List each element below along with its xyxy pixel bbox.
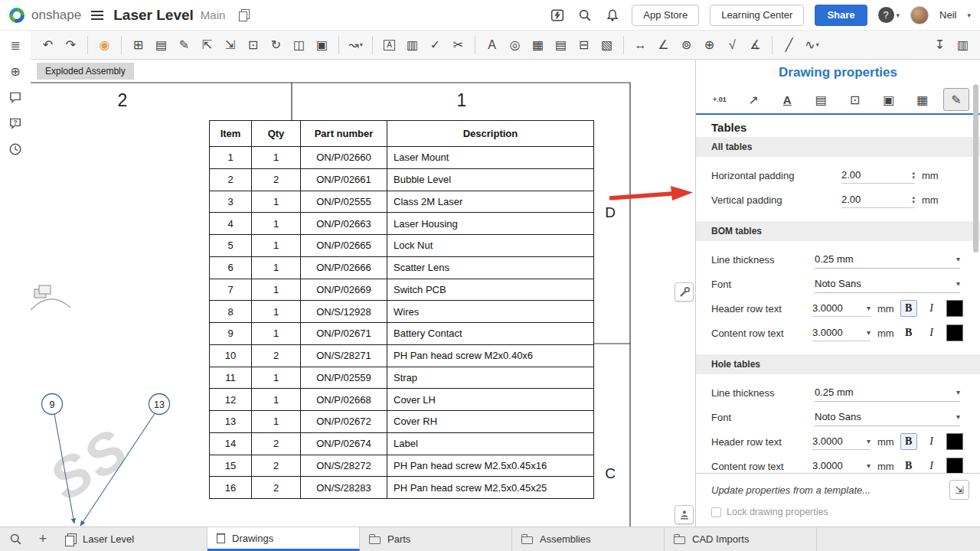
italic-button[interactable]: I — [923, 300, 940, 317]
share-button[interactable]: Share — [815, 5, 867, 26]
drawing-canvas[interactable]: Exploded Assembly SS 2 1 D C 9 — [31, 60, 695, 527]
balloon[interactable]: 13 — [149, 394, 170, 415]
onshape-logo[interactable] — [9, 8, 24, 23]
text-icon[interactable]: A — [482, 34, 501, 56]
sheets-list-icon[interactable]: ≣ — [5, 34, 26, 56]
line-thickness-select[interactable]: 0.25 mm ▾ — [815, 383, 960, 402]
insert-sheet-icon[interactable]: ⊞ — [129, 34, 148, 56]
doc-tab-laser-level[interactable]: Laser Level — [55, 527, 207, 551]
bom-table-wrap[interactable]: ItemQtyPart numberDescription11ON/P/0266… — [209, 120, 594, 499]
insert-image-icon[interactable]: ⊡ — [243, 34, 263, 56]
grid-table-icon[interactable]: ▦ — [528, 34, 547, 56]
text-height-select[interactable]: 3.0000 ▾ — [812, 324, 871, 341]
doc-tab-drawings[interactable]: Drawings — [207, 527, 360, 551]
add-tab-button[interactable]: + — [31, 527, 55, 551]
stamp-button[interactable] — [675, 505, 694, 524]
text-height-select[interactable]: 3.0000 ▾ — [812, 300, 871, 317]
angle-dimension-icon[interactable]: ∠ — [654, 34, 673, 56]
lock-drawing-properties-checkbox[interactable] — [711, 507, 721, 517]
panel-tab-units[interactable]: +.01 — [707, 88, 733, 111]
doc-tab-cad-imports[interactable]: CAD Imports — [665, 527, 817, 551]
panel-tab-sheet[interactable]: ▤ — [808, 88, 834, 111]
document-menu-icon[interactable] — [91, 11, 103, 20]
sheet-properties-icon[interactable]: ▤ — [152, 34, 171, 56]
balloon[interactable]: 9 — [42, 394, 63, 415]
bold-button[interactable]: B — [900, 433, 917, 450]
crop-view-icon[interactable]: ▣ — [312, 34, 332, 56]
insert-icon[interactable]: ⊕ — [5, 60, 26, 82]
zoom-tool-icon[interactable] — [0, 527, 31, 551]
spline-icon[interactable]: ∿▾ — [802, 34, 822, 56]
stepper-arrows-icon[interactable]: ▴▾ — [912, 195, 915, 204]
inspect-icon[interactable]: ◎ — [505, 34, 524, 56]
bold-button[interactable]: B — [900, 458, 917, 473]
help-chat-icon[interactable]: ? — [5, 112, 26, 134]
broken-view-icon[interactable]: ◫ — [289, 34, 309, 56]
line-thickness-select[interactable]: 0.25 mm ▾ — [815, 250, 960, 269]
app-store-button[interactable]: App Store — [632, 5, 699, 26]
doc-tab-assemblies[interactable]: Assemblies — [512, 527, 665, 551]
search-icon[interactable] — [577, 7, 593, 24]
doc-tab-parts[interactable]: Parts — [360, 527, 512, 551]
panel-tab-frame[interactable]: ▣ — [876, 88, 902, 111]
learning-center-button[interactable]: Learning Center — [710, 5, 804, 26]
text-height-select[interactable]: 3.0000 ▾ — [812, 433, 871, 450]
bom-table-icon[interactable]: ▤ — [551, 34, 570, 56]
surface-finish-icon[interactable]: √ — [723, 34, 742, 56]
redo-icon[interactable]: ↷ — [61, 34, 80, 56]
font-select[interactable]: Noto Sans ▾ — [815, 275, 960, 293]
bold-button[interactable]: B — [900, 324, 917, 341]
stepper-arrows-icon[interactable]: ▴▾ — [912, 171, 915, 180]
user-avatar[interactable] — [910, 6, 929, 24]
vertical-padding-input[interactable]: 2.00 ▴▾ — [841, 191, 915, 208]
panel-tab-views[interactable]: ⊡ — [842, 88, 868, 111]
note-icon[interactable]: A — [380, 34, 399, 56]
update-views-icon[interactable]: ↻ — [266, 34, 286, 56]
copy-document-icon[interactable] — [238, 9, 250, 21]
leader-icon[interactable]: ↝▾ — [346, 34, 365, 56]
text-color-swatch[interactable] — [946, 433, 963, 450]
font-select[interactable]: Noto Sans ▾ — [815, 408, 960, 426]
undo-icon[interactable]: ↶ — [38, 34, 57, 56]
panel-tab-tables[interactable]: ▦ — [910, 88, 936, 111]
notifications-bell-icon[interactable] — [604, 7, 621, 24]
wrench-button[interactable] — [675, 282, 694, 302]
geometric-tolerance-icon[interactable]: ⊚ — [677, 34, 696, 56]
comments-icon[interactable] — [5, 86, 26, 108]
edit-annotation-icon[interactable]: ✎ — [175, 34, 194, 56]
text-color-swatch[interactable] — [946, 324, 963, 341]
help-menu[interactable]: ? ▾ — [878, 7, 900, 23]
panel-scrollbar[interactable] — [973, 84, 978, 253]
current-tool-icon[interactable]: ◉ — [95, 34, 114, 56]
text-color-swatch[interactable] — [946, 300, 963, 317]
revision-table-icon[interactable]: ▧ — [597, 34, 616, 56]
italic-button[interactable]: I — [923, 433, 940, 450]
sheet-tab[interactable]: Exploded Assembly — [37, 63, 134, 80]
print-icon[interactable]: ▥ — [953, 34, 972, 56]
feedback-icon[interactable] — [549, 7, 566, 24]
update-from-template-link[interactable]: Update properties from a template... — [711, 484, 949, 496]
text-height-select[interactable]: 3.0000 ▾ — [812, 458, 871, 473]
horizontal-padding-input[interactable]: 2.00 ▴▾ — [841, 167, 915, 184]
projected-view-icon[interactable]: ⇲ — [220, 34, 240, 56]
history-icon[interactable] — [5, 139, 26, 160]
centerline-icon[interactable]: ╱ — [779, 34, 799, 56]
dimension-icon[interactable]: ↔ — [631, 34, 650, 56]
panel-tab-styles[interactable]: ✎ — [943, 88, 969, 111]
insert-view-icon[interactable]: ⇱ — [198, 34, 217, 56]
user-menu-chevron-icon[interactable]: ▾ — [967, 11, 971, 19]
text-color-swatch[interactable] — [946, 458, 963, 473]
export-icon[interactable]: ↧ — [930, 34, 949, 56]
cut-list-icon[interactable]: ✂ — [449, 34, 468, 56]
panel-tab-text[interactable]: A — [774, 88, 800, 111]
hole-table-icon[interactable]: ⊟ — [574, 34, 593, 56]
check-dimension-icon[interactable]: ✓ — [426, 34, 445, 56]
help-icon[interactable]: ? — [878, 7, 894, 23]
bold-button[interactable]: B — [900, 300, 917, 317]
italic-button[interactable]: I — [923, 458, 940, 473]
template-icon[interactable]: ⇲ — [949, 480, 969, 500]
italic-button[interactable]: I — [923, 324, 940, 341]
taper-icon[interactable]: ∡ — [746, 34, 765, 56]
view-overlay-icon[interactable] — [34, 285, 51, 298]
panel-tab-callouts[interactable]: ↗ — [740, 88, 766, 111]
